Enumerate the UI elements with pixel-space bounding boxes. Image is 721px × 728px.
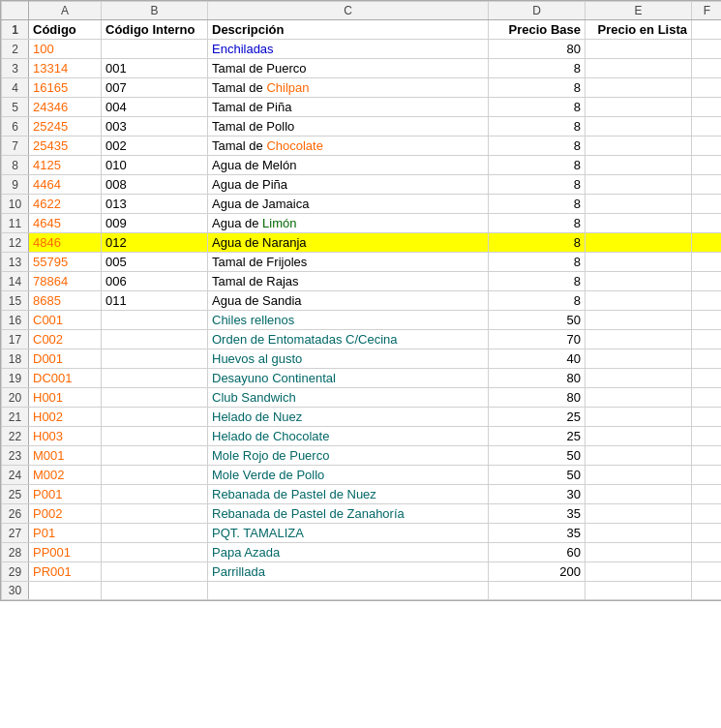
cell-b3[interactable]: 001 (102, 59, 208, 78)
cell-b20[interactable] (102, 388, 208, 408)
cell-d20[interactable]: 80 (489, 388, 586, 408)
cell-e4[interactable] (586, 78, 692, 98)
cell-a7[interactable]: 25435 (29, 136, 102, 156)
cell-e27[interactable] (586, 524, 692, 543)
cell-b22[interactable] (102, 427, 208, 446)
cell-d1[interactable]: Precio Base (489, 20, 586, 40)
cell-a24[interactable]: M002 (29, 466, 102, 485)
cell-c5[interactable]: Tamal de Piña (208, 98, 489, 117)
cell-a18[interactable]: D001 (29, 349, 102, 369)
cell-e9[interactable] (586, 175, 692, 195)
cell-c7[interactable]: Tamal de Chocolate (208, 136, 489, 156)
cell-e23[interactable] (586, 446, 692, 466)
cell-d2[interactable]: 80 (489, 40, 586, 59)
cell-d14[interactable]: 8 (489, 272, 586, 291)
col-header-e[interactable]: E (586, 2, 692, 20)
cell-d23[interactable]: 50 (489, 446, 586, 466)
cell-d22[interactable]: 25 (489, 427, 586, 446)
cell-c14[interactable]: Tamal de Rajas (208, 272, 489, 291)
cell-c21[interactable]: Helado de Nuez (208, 408, 489, 427)
cell-d6[interactable]: 8 (489, 117, 586, 136)
cell-b21[interactable] (102, 408, 208, 427)
cell-b11[interactable]: 009 (102, 214, 208, 233)
cell-e17[interactable] (586, 330, 692, 349)
cell-a25[interactable]: P001 (29, 485, 102, 504)
cell-d10[interactable]: 8 (489, 195, 586, 214)
cell-d15[interactable]: 8 (489, 291, 586, 311)
cell-b23[interactable] (102, 446, 208, 466)
cell-b14[interactable]: 006 (102, 272, 208, 291)
cell-d17[interactable]: 70 (489, 330, 586, 349)
cell-a4[interactable]: 16165 (29, 78, 102, 98)
cell-c12[interactable]: Agua de Naranja (208, 233, 489, 253)
cell-e10[interactable] (586, 195, 692, 214)
cell-d27[interactable]: 35 (489, 524, 586, 543)
cell-a14[interactable]: 78864 (29, 272, 102, 291)
cell-a22[interactable]: H003 (29, 427, 102, 446)
cell-a10[interactable]: 4622 (29, 195, 102, 214)
cell-c23[interactable]: Mole Rojo de Puerco (208, 446, 489, 466)
cell-b16[interactable] (102, 311, 208, 330)
cell-d5[interactable]: 8 (489, 98, 586, 117)
cell-c16[interactable]: Chiles rellenos (208, 311, 489, 330)
cell-a27[interactable]: P01 (29, 524, 102, 543)
cell-d28[interactable]: 60 (489, 543, 586, 562)
cell-e18[interactable] (586, 349, 692, 369)
cell-c9[interactable]: Agua de Piña (208, 175, 489, 195)
cell-c24[interactable]: Mole Verde de Pollo (208, 466, 489, 485)
cell-e8[interactable] (586, 156, 692, 175)
cell-a12[interactable]: 4846 (29, 233, 102, 253)
cell-b17[interactable] (102, 330, 208, 349)
cell-c6[interactable]: Tamal de Pollo (208, 117, 489, 136)
cell-a17[interactable]: C002 (29, 330, 102, 349)
cell-a21[interactable]: H002 (29, 408, 102, 427)
cell-e15[interactable] (586, 291, 692, 311)
cell-d24[interactable]: 50 (489, 466, 586, 485)
cell-c4[interactable]: Tamal de Chilpan (208, 78, 489, 98)
cell-b28[interactable] (102, 543, 208, 562)
cell-e13[interactable] (586, 253, 692, 272)
cell-c29[interactable]: Parrillada (208, 562, 489, 582)
cell-e28[interactable] (586, 543, 692, 562)
cell-e20[interactable] (586, 388, 692, 408)
cell-e29[interactable] (586, 562, 692, 582)
cell-c13[interactable]: Tamal de Frijoles (208, 253, 489, 272)
cell-b26[interactable] (102, 504, 208, 524)
cell-e19[interactable] (586, 369, 692, 388)
cell-b9[interactable]: 008 (102, 175, 208, 195)
cell-c19[interactable]: Desayuno Continental (208, 369, 489, 388)
cell-d29[interactable]: 200 (489, 562, 586, 582)
cell-e12[interactable] (586, 233, 692, 253)
col-header-a[interactable]: A (29, 2, 102, 20)
cell-c26[interactable]: Rebanada de Pastel de Zanahoría (208, 504, 489, 524)
cell-c22[interactable]: Helado de Chocolate (208, 427, 489, 446)
cell-a5[interactable]: 24346 (29, 98, 102, 117)
cell-c15[interactable]: Agua de Sandia (208, 291, 489, 311)
cell-b7[interactable]: 002 (102, 136, 208, 156)
cell-a9[interactable]: 4464 (29, 175, 102, 195)
cell-e14[interactable] (586, 272, 692, 291)
cell-e7[interactable] (586, 136, 692, 156)
cell-e5[interactable] (586, 98, 692, 117)
cell-d25[interactable]: 30 (489, 485, 586, 504)
cell-d7[interactable]: 8 (489, 136, 586, 156)
cell-b30[interactable] (102, 582, 208, 600)
cell-b1[interactable]: Código Interno (102, 20, 208, 40)
col-header-d[interactable]: D (489, 2, 586, 20)
cell-d12[interactable]: 8 (489, 233, 586, 253)
cell-c2[interactable]: Enchiladas (208, 40, 489, 59)
cell-e25[interactable] (586, 485, 692, 504)
cell-c1[interactable]: Descripción (208, 20, 489, 40)
cell-b13[interactable]: 005 (102, 253, 208, 272)
cell-d9[interactable]: 8 (489, 175, 586, 195)
cell-d19[interactable]: 80 (489, 369, 586, 388)
cell-d21[interactable]: 25 (489, 408, 586, 427)
cell-c3[interactable]: Tamal de Puerco (208, 59, 489, 78)
cell-a3[interactable]: 13314 (29, 59, 102, 78)
cell-e11[interactable] (586, 214, 692, 233)
col-header-b[interactable]: B (102, 2, 208, 20)
cell-b8[interactable]: 010 (102, 156, 208, 175)
cell-a28[interactable]: PP001 (29, 543, 102, 562)
cell-c30[interactable] (208, 582, 489, 600)
col-header-f[interactable]: F (692, 2, 722, 20)
